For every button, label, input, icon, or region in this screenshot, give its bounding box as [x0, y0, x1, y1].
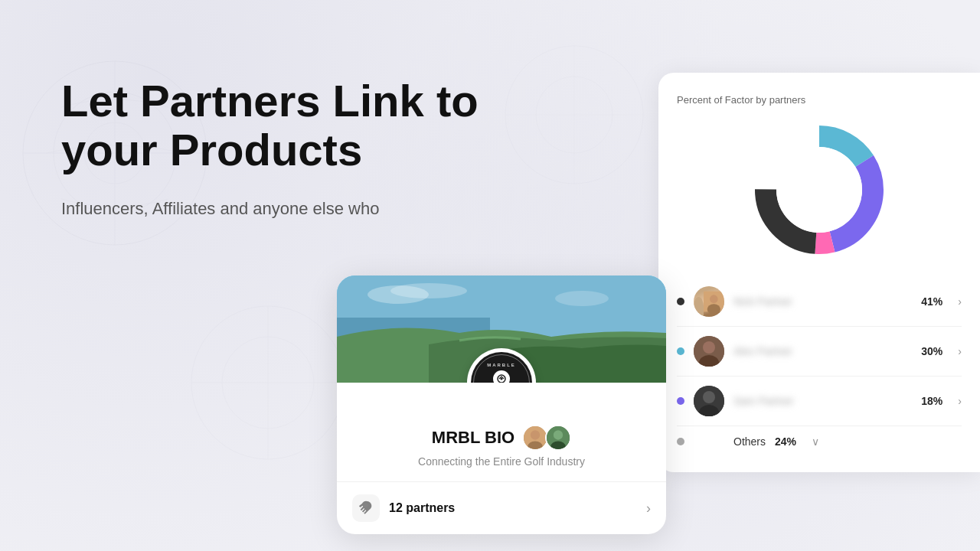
logo-center-content: MARBLE GOLF EST 2019: [487, 363, 516, 383]
partners-count: 12 partners: [389, 501, 646, 515]
partner-dot-3: [677, 397, 684, 405]
partner-dot-2: [677, 347, 684, 355]
card-logo-inner: MARBLE GOLF EST 2019: [471, 352, 532, 383]
svg-point-30: [531, 430, 540, 439]
svg-point-14: [710, 295, 718, 303]
partner-row[interactable]: Nick Partner 41% ›: [677, 277, 962, 327]
card-tagline: Connecting the Entire Golf Industry: [352, 455, 651, 468]
partner-dot-1: [677, 298, 684, 305]
profile-card: MARBLE GOLF EST 2019: [337, 276, 666, 534]
partner-chevron-2[interactable]: ›: [958, 345, 962, 357]
partner-pct-3: 18%: [921, 395, 942, 407]
card-name-row: MRBL BIO: [352, 425, 651, 451]
logo-top-text: MARBLE: [487, 363, 516, 369]
others-pct: 24%: [775, 435, 796, 448]
donut-hole: [776, 147, 862, 233]
svg-point-33: [554, 430, 563, 439]
partner-pct-2: 30%: [921, 345, 942, 357]
partner-avatars: [522, 425, 571, 451]
partner-name-2: Alex Partner: [733, 345, 912, 357]
others-label: Others: [733, 435, 766, 448]
partner-chevron-3[interactable]: ›: [958, 395, 962, 407]
svg-point-20: [703, 391, 715, 403]
card-footer[interactable]: 12 partners ›: [337, 481, 666, 534]
main-headline: Let Partners Link to your Products: [61, 77, 505, 174]
partner-chevron-1[interactable]: ›: [958, 295, 962, 308]
donut-chart-container: [677, 121, 962, 259]
subheadline: Influencers, Affiliates and anyone else …: [61, 196, 505, 221]
chart-title: Percent of Factor by partners: [677, 94, 962, 106]
partner-avatar-2: [694, 336, 724, 367]
others-row[interactable]: Others 24% ∨: [677, 426, 962, 457]
mini-avatar-1: [522, 425, 548, 451]
svg-point-17: [703, 341, 715, 354]
card-body: MRBL BIO Connecting: [337, 383, 666, 468]
partner-avatar-1: [694, 286, 724, 317]
logo-ring: MARBLE GOLF EST 2019: [473, 354, 530, 383]
logo-icon: [493, 370, 510, 383]
svg-point-28: [500, 378, 502, 380]
svg-point-26: [555, 291, 609, 306]
partner-name-1: Nick Partner: [733, 295, 912, 308]
partner-row[interactable]: Sam Partner 18% ›: [677, 377, 962, 426]
partner-name-3: Sam Partner: [733, 395, 912, 407]
handshake-icon: [352, 494, 380, 522]
svg-point-25: [390, 283, 467, 298]
card-banner: MARBLE GOLF EST 2019: [337, 276, 666, 383]
footer-chevron-icon[interactable]: ›: [646, 500, 651, 517]
others-chevron[interactable]: ∨: [812, 435, 819, 448]
partner-list: Nick Partner 41% › Alex Partner 30% ›: [677, 277, 962, 457]
others-dot: [677, 438, 684, 445]
left-section: Let Partners Link to your Products Influ…: [61, 77, 505, 221]
partner-pct-1: 41%: [921, 295, 942, 308]
partner-row[interactable]: Alex Partner 30% ›: [677, 327, 962, 377]
chart-card: Percent of Factor by partners: [658, 73, 980, 472]
partner-avatar-3: [694, 386, 724, 416]
donut-chart: [750, 121, 888, 259]
brand-name: MRBL BIO: [432, 428, 514, 448]
svg-point-15: [707, 304, 720, 314]
mini-avatar-2: [545, 425, 571, 451]
